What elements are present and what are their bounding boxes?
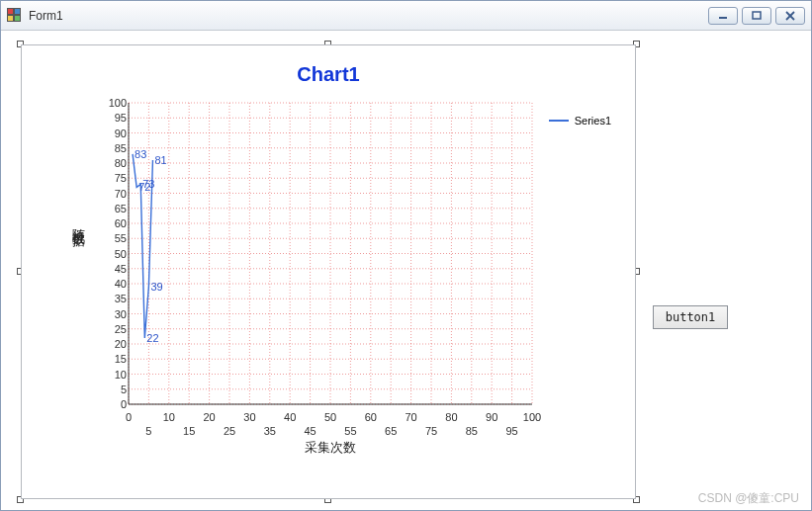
window-title: Form1	[29, 9, 63, 23]
y-axis-label: 随机数据	[69, 218, 87, 226]
legend-swatch	[549, 120, 569, 122]
titlebar[interactable]: Form1	[1, 1, 811, 31]
y-tick-label: 10	[115, 369, 127, 381]
x-tick-label: 60	[365, 411, 377, 423]
x-tick-minor-label: 95	[505, 425, 517, 437]
y-tick-label: 85	[115, 142, 127, 154]
x-axis-ticks: 0102030405060708090100515253545556575859…	[129, 409, 532, 447]
y-tick-label: 80	[115, 157, 127, 169]
svg-rect-1	[753, 12, 761, 19]
x-tick-minor-label: 45	[304, 425, 316, 437]
x-tick-minor-label: 25	[224, 425, 235, 437]
y-tick-label: 35	[115, 293, 127, 304]
chart-title: Chart1	[22, 63, 635, 86]
y-tick-label: 20	[115, 338, 127, 350]
y-tick-label: 5	[121, 383, 127, 395]
chart-svg	[129, 103, 532, 404]
y-axis-ticks: 0510152025303540455055606570758085909510…	[99, 103, 127, 404]
button1-label: button1	[666, 310, 716, 324]
x-tick-minor-label: 55	[344, 425, 356, 437]
x-tick-minor-label: 35	[264, 425, 276, 437]
x-tick-minor-label: 75	[425, 425, 437, 437]
close-button[interactable]	[775, 7, 805, 25]
chart-legend: Series1	[549, 115, 611, 127]
x-tick-minor-label: 85	[466, 425, 478, 437]
y-tick-label: 50	[115, 248, 127, 260]
window-frame: Form1 Chart1	[0, 0, 812, 511]
chart-control[interactable]: Chart1 随机数据 采集次数 05101520253035404550556…	[21, 44, 636, 499]
y-tick-label: 60	[115, 217, 127, 229]
data-point-label: 22	[146, 332, 158, 344]
y-tick-label: 15	[115, 353, 127, 365]
x-tick-label: 20	[203, 411, 215, 423]
y-tick-label: 90	[115, 128, 127, 139]
y-tick-label: 30	[115, 308, 127, 320]
minimize-button[interactable]	[708, 7, 738, 25]
x-tick-minor-label: 5	[145, 425, 151, 437]
y-tick-label: 40	[115, 278, 127, 290]
button1[interactable]: button1	[653, 305, 728, 329]
x-tick-label: 70	[405, 411, 416, 423]
plot-area	[129, 103, 532, 404]
x-tick-label: 0	[126, 411, 132, 423]
data-point-label: 81	[154, 154, 166, 166]
y-tick-label: 25	[115, 323, 127, 335]
client-area: Chart1 随机数据 采集次数 05101520253035404550556…	[1, 31, 811, 510]
x-tick-label: 40	[284, 411, 296, 423]
data-point-label: 39	[150, 281, 162, 293]
x-tick-minor-label: 65	[385, 425, 397, 437]
x-tick-label: 10	[163, 411, 175, 423]
x-tick-label: 90	[486, 411, 497, 423]
y-tick-label: 0	[121, 398, 127, 410]
x-tick-minor-label: 15	[183, 425, 195, 437]
watermark: CSDN @傻童:CPU	[698, 490, 799, 507]
y-tick-label: 75	[115, 172, 127, 184]
y-tick-label: 70	[115, 188, 127, 200]
x-tick-label: 80	[445, 411, 457, 423]
x-tick-label: 50	[324, 411, 336, 423]
chart-selection: Chart1 随机数据 采集次数 05101520253035404550556…	[21, 44, 636, 499]
x-tick-label: 100	[523, 411, 541, 423]
x-tick-label: 30	[243, 411, 255, 423]
data-point-label: 83	[135, 148, 146, 160]
data-point-label: 73	[142, 178, 154, 190]
y-tick-label: 100	[109, 97, 127, 109]
y-tick-label: 65	[115, 203, 127, 214]
legend-label: Series1	[575, 115, 611, 127]
app-icon	[7, 8, 23, 24]
y-tick-label: 55	[115, 232, 127, 244]
y-tick-label: 95	[115, 112, 127, 124]
y-tick-label: 45	[115, 263, 127, 275]
maximize-button[interactable]	[742, 7, 771, 25]
